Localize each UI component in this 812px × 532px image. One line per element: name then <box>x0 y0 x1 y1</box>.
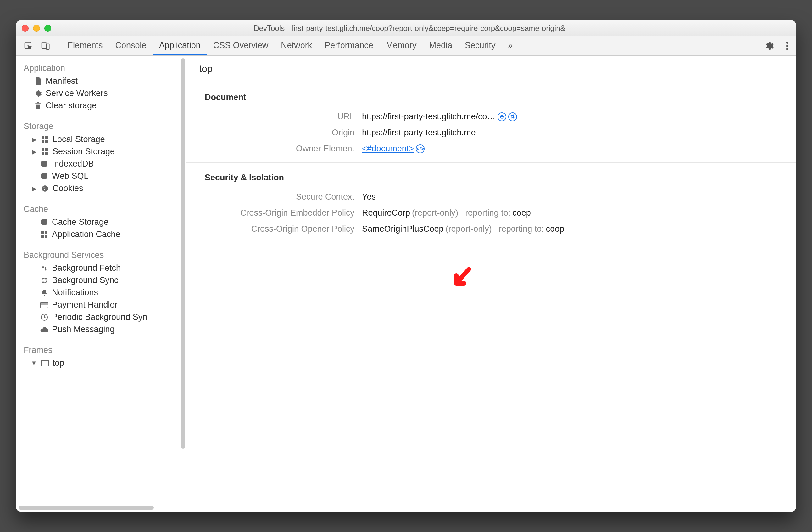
separator <box>57 40 57 52</box>
devtools-window: DevTools - first-party-test.glitch.me/co… <box>16 20 796 512</box>
row-url: URL https://first-party-test.glitch.me/c… <box>186 109 796 125</box>
settings-icon[interactable] <box>762 39 777 53</box>
label-origin: Origin <box>186 128 362 138</box>
tab-network[interactable]: Network <box>275 36 318 55</box>
coep-badge-icon[interactable]: ⊖ <box>497 112 506 121</box>
svg-rect-9 <box>45 140 48 143</box>
svg-rect-21 <box>41 231 44 234</box>
svg-rect-28 <box>42 361 48 366</box>
reveal-element-icon[interactable]: </> <box>416 144 424 153</box>
sidebar-item-top-frame[interactable]: ▼top <box>16 357 186 369</box>
sidebar-item-label: Session Storage <box>53 147 115 156</box>
main-panel: top Document URL https://first-party-tes… <box>186 56 796 512</box>
sidebar-item-label: Service Workers <box>46 88 108 98</box>
sidebar-item-session-storage[interactable]: ▶Session Storage <box>16 145 186 158</box>
svg-point-3 <box>786 42 788 43</box>
svg-rect-1 <box>42 42 46 48</box>
trash-icon <box>34 101 42 110</box>
sidebar-item-label: Application Cache <box>52 229 120 239</box>
svg-rect-10 <box>42 148 44 151</box>
sidebar-item-label: Payment Handler <box>52 300 118 310</box>
sidebar-item-manifest[interactable]: Manifest <box>16 75 186 87</box>
updown-icon <box>40 264 49 272</box>
svg-rect-23 <box>41 235 44 238</box>
tab-security[interactable]: Security <box>459 36 502 55</box>
tab-overflow[interactable]: » <box>502 36 519 55</box>
sidebar-item-push-messaging[interactable]: Push Messaging <box>16 323 186 336</box>
tab-memory[interactable]: Memory <box>380 36 423 55</box>
coop-report-value: coop <box>546 224 565 234</box>
sidebar-item-label: Notifications <box>52 288 98 297</box>
sidebar-item-payment-handler[interactable]: Payment Handler <box>16 299 186 311</box>
disclosure-triangle[interactable]: ▶ <box>30 136 38 143</box>
coop-report-label: reporting to: <box>499 224 544 234</box>
sidebar-item-label: IndexedDB <box>52 159 94 169</box>
disclosure-triangle[interactable]: ▶ <box>30 185 38 192</box>
file-icon <box>34 77 42 86</box>
tab-console[interactable]: Console <box>109 36 153 55</box>
sidebar-item-service-workers[interactable]: Service Workers <box>16 87 186 99</box>
sidebar-item-cache-storage[interactable]: Cache Storage <box>16 216 186 228</box>
sidebar-item-local-storage[interactable]: ▶Local Storage <box>16 133 186 145</box>
sidebar-item-label: Background Fetch <box>52 263 121 273</box>
row-secure-context: Secure Context Yes <box>186 189 796 205</box>
sidebar-item-periodic-sync[interactable]: Periodic Background Syn <box>16 311 186 323</box>
sidebar-item-cookies[interactable]: ▶Cookies <box>16 182 186 195</box>
svg-rect-7 <box>45 136 48 139</box>
svg-rect-6 <box>42 136 44 139</box>
zoom-window-button[interactable] <box>44 25 51 32</box>
sidebar-item-label: Local Storage <box>53 135 105 144</box>
toolbar-right <box>762 39 792 53</box>
value-coep: RequireCorp <box>362 208 410 218</box>
disclosure-triangle[interactable]: ▶ <box>30 148 38 155</box>
svg-rect-24 <box>45 235 47 238</box>
owner-element-link[interactable]: <#document> <box>362 144 414 154</box>
tab-application[interactable]: Application <box>153 36 207 55</box>
toolbar: Elements Console Application CSS Overvie… <box>16 36 796 56</box>
value-coop: SameOriginPlusCoep <box>362 224 444 234</box>
sidebar-item-label: Cache Storage <box>52 217 108 227</box>
tab-performance[interactable]: Performance <box>318 36 380 55</box>
svg-rect-8 <box>42 140 44 143</box>
tab-media[interactable]: Media <box>423 36 459 55</box>
sidebar-scrollbar[interactable] <box>181 58 185 449</box>
page-title: top <box>186 56 796 83</box>
clock-icon <box>40 313 49 322</box>
disclosure-triangle[interactable]: ▼ <box>30 360 38 367</box>
svg-point-5 <box>786 48 788 50</box>
sidebar-item-background-sync[interactable]: Background Sync <box>16 274 186 286</box>
coop-badge-icon[interactable]: ⇅ <box>508 112 517 121</box>
inspect-icon[interactable] <box>20 39 36 53</box>
value-url: https://first-party-test.glitch.me/co… <box>362 112 496 122</box>
sidebar-item-indexeddb[interactable]: IndexedDB <box>16 158 186 170</box>
sidebar-h-scrollbar[interactable] <box>18 506 154 510</box>
tab-elements[interactable]: Elements <box>61 36 109 55</box>
sidebar-item-background-fetch[interactable]: Background Fetch <box>16 262 186 274</box>
svg-point-16 <box>42 185 48 192</box>
svg-rect-11 <box>45 148 48 151</box>
sidebar-section-background: Background Services <box>16 247 186 262</box>
gear-icon <box>34 89 42 98</box>
sidebar-item-clear-storage[interactable]: Clear storage <box>16 99 186 112</box>
db-icon <box>40 218 49 227</box>
value-origin: https://first-party-test.glitch.me <box>362 128 476 138</box>
divider <box>16 115 186 115</box>
label-owner: Owner Element <box>186 144 362 154</box>
row-owner: Owner Element <#document> </> <box>186 141 796 157</box>
section-security-heading: Security & Isolation <box>186 163 796 189</box>
device-icon[interactable] <box>38 39 53 53</box>
sidebar-item-websql[interactable]: Web SQL <box>16 170 186 182</box>
close-window-button[interactable] <box>22 25 29 32</box>
svg-rect-22 <box>45 231 47 234</box>
minimize-window-button[interactable] <box>33 25 40 32</box>
row-coop: Cross-Origin Opener Policy SameOriginPlu… <box>186 221 796 237</box>
db-icon <box>40 172 49 181</box>
sidebar-item-notifications[interactable]: Notifications <box>16 286 186 299</box>
coop-mode: (report-only) <box>446 224 492 234</box>
db-icon <box>40 159 49 168</box>
kebab-icon[interactable] <box>783 39 792 53</box>
sidebar-section-cache: Cache <box>16 201 186 216</box>
sidebar-item-application-cache[interactable]: Application Cache <box>16 228 186 240</box>
svg-point-18 <box>46 187 46 188</box>
tab-css-overview[interactable]: CSS Overview <box>207 36 275 55</box>
